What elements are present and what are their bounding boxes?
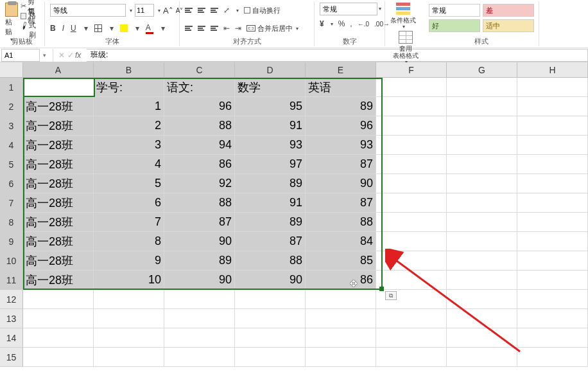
cell[interactable]	[447, 97, 517, 116]
row-header[interactable]: 3	[0, 116, 23, 136]
cell[interactable]: 89	[235, 174, 306, 193]
cell[interactable]	[517, 136, 588, 155]
align-right-button[interactable]	[211, 26, 218, 31]
row-header[interactable]: 2	[0, 97, 23, 116]
cell[interactable]: 高一28班	[23, 116, 94, 136]
cell[interactable]	[447, 136, 517, 155]
cell[interactable]: 班级:	[23, 78, 94, 97]
cell[interactable]	[447, 155, 517, 174]
cell[interactable]: 94	[164, 136, 235, 155]
row-header[interactable]: 4	[0, 136, 23, 155]
cell[interactable]: 89	[306, 97, 376, 116]
cell[interactable]	[94, 290, 164, 309]
row-header[interactable]: 7	[0, 193, 23, 213]
font-name-input[interactable]	[50, 4, 126, 17]
cell[interactable]: 4	[94, 155, 164, 174]
cell[interactable]	[376, 193, 447, 213]
fill-color-button[interactable]	[120, 24, 128, 32]
cell[interactable]: 91	[235, 193, 306, 213]
cell[interactable]	[376, 309, 447, 328]
cell[interactable]	[306, 348, 376, 367]
cell[interactable]	[376, 232, 447, 251]
column-header[interactable]: G	[447, 62, 517, 78]
cell[interactable]: 87	[164, 213, 235, 232]
cell[interactable]	[447, 251, 517, 271]
cell[interactable]	[376, 328, 447, 348]
cell[interactable]: 89	[235, 213, 306, 232]
cell[interactable]	[517, 213, 588, 232]
chevron-down-icon[interactable]: ▾	[331, 21, 333, 27]
align-bottom-button[interactable]	[211, 8, 218, 13]
cell[interactable]	[517, 271, 588, 290]
cell[interactable]	[376, 78, 447, 97]
cell[interactable]	[447, 193, 517, 213]
cell[interactable]	[447, 232, 517, 251]
cell[interactable]: 6	[94, 193, 164, 213]
cell[interactable]	[306, 290, 376, 309]
cell[interactable]: 高一28班	[23, 193, 94, 213]
row-header[interactable]: 15	[0, 348, 23, 367]
cell[interactable]	[447, 116, 517, 136]
cell[interactable]	[376, 136, 447, 155]
cell[interactable]: 2	[94, 116, 164, 136]
cell[interactable]: 高一28班	[23, 232, 94, 251]
cancel-icon[interactable]: ✕	[57, 51, 66, 60]
cell[interactable]	[447, 309, 517, 328]
cell[interactable]: 92	[164, 174, 235, 193]
formula-input[interactable]	[87, 49, 588, 62]
row-header[interactable]: 10	[0, 251, 23, 271]
increase-decimal-button[interactable]: ←.0	[358, 21, 369, 28]
cell[interactable]: 学号:	[94, 78, 164, 97]
fx-icon[interactable]: fx	[75, 51, 87, 60]
chevron-down-icon[interactable]: ▾	[84, 24, 88, 33]
cell[interactable]: 高一28班	[23, 155, 94, 174]
cell[interactable]	[517, 155, 588, 174]
cell[interactable]	[517, 290, 588, 309]
align-middle-button[interactable]	[198, 8, 205, 13]
cell[interactable]: 95	[235, 97, 306, 116]
italic-button[interactable]: I	[62, 24, 64, 33]
cell[interactable]: 90	[235, 271, 306, 290]
underline-button[interactable]: U	[71, 24, 76, 33]
cell[interactable]: 96	[306, 116, 376, 136]
cell[interactable]	[517, 97, 588, 116]
cell[interactable]: 88	[164, 193, 235, 213]
bold-button[interactable]: B	[50, 24, 56, 33]
cell[interactable]	[376, 97, 447, 116]
cell[interactable]: 87	[306, 155, 376, 174]
cell[interactable]: 93	[306, 136, 376, 155]
select-all-corner[interactable]	[0, 62, 23, 78]
cell[interactable]	[94, 348, 164, 367]
chevron-down-icon[interactable]: ▾	[158, 8, 160, 13]
decrease-indent-button[interactable]: ⇤	[223, 24, 230, 33]
increase-font-button[interactable]: A˄	[163, 6, 173, 15]
currency-button[interactable]: ¥	[320, 19, 324, 28]
column-header[interactable]: F	[376, 62, 447, 78]
cell[interactable]: 86	[164, 155, 235, 174]
comma-button[interactable]: ,	[350, 19, 352, 28]
cell[interactable]	[447, 174, 517, 193]
cell[interactable]	[447, 348, 517, 367]
row-header[interactable]: 9	[0, 232, 23, 251]
cell[interactable]: 英语	[306, 78, 376, 97]
cell[interactable]: 86	[306, 271, 376, 290]
cell[interactable]: 90	[306, 174, 376, 193]
cell[interactable]: 88	[164, 116, 235, 136]
cell[interactable]: 高一28班	[23, 136, 94, 155]
cell[interactable]: 10	[94, 271, 164, 290]
number-format-input[interactable]	[320, 3, 377, 15]
font-size-input[interactable]	[135, 4, 154, 17]
cell[interactable]	[306, 328, 376, 348]
cell[interactable]	[517, 174, 588, 193]
cell[interactable]: 90	[164, 271, 235, 290]
chevron-down-icon[interactable]: ▾	[135, 24, 139, 33]
row-header[interactable]: 1	[0, 78, 23, 97]
chevron-down-icon[interactable]: ▾	[236, 8, 239, 13]
cell[interactable]	[517, 328, 588, 348]
cell[interactable]: 8	[94, 232, 164, 251]
align-top-button[interactable]	[185, 8, 193, 13]
align-left-button[interactable]	[185, 26, 193, 31]
cell[interactable]	[23, 309, 94, 328]
cell[interactable]	[447, 213, 517, 232]
cell[interactable]: 数学	[235, 78, 306, 97]
